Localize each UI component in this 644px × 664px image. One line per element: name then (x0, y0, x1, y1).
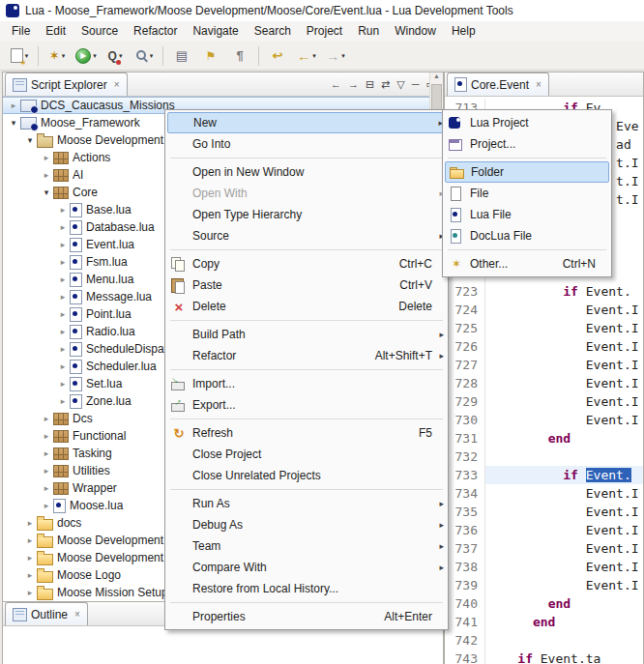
close-tab-icon[interactable]: × (536, 79, 542, 90)
menu-item-restore-from-local-history[interactable]: Restore from Local History... (167, 578, 446, 599)
collapse-arrow-icon[interactable]: ▾ (23, 135, 37, 145)
forward-button[interactable]: →▾ (321, 45, 350, 67)
expand-arrow-icon[interactable]: ▸ (56, 379, 70, 389)
tab-outline[interactable]: Outline × (5, 602, 88, 625)
dropdown-arrow-icon[interactable]: ▾ (93, 52, 97, 60)
expand-arrow-icon[interactable]: ▸ (23, 518, 37, 528)
menu-source[interactable]: Source (73, 21, 126, 42)
menu-window[interactable]: Window (387, 21, 444, 42)
menu-item-compare-with[interactable]: Compare With▸ (167, 557, 446, 578)
menu-project[interactable]: Project (299, 21, 350, 42)
line-number[interactable]: 731 (445, 429, 484, 447)
code-line[interactable]: 733 if Event. (445, 466, 643, 484)
code-line[interactable]: 727 Event.I (445, 356, 643, 374)
show-whitespace-button[interactable]: ¶ (225, 45, 254, 67)
code-line[interactable]: 734 Event.I (445, 484, 643, 503)
line-number[interactable]: 741 (445, 613, 484, 631)
expand-arrow-icon[interactable]: ▸ (40, 466, 53, 476)
search-button[interactable]: ▾ (130, 45, 159, 67)
code-line[interactable]: 729 Event.I (445, 392, 643, 411)
menu-refactor[interactable]: Refactor (126, 21, 185, 42)
expand-arrow-icon[interactable]: ▸ (40, 501, 53, 510)
collapse-all-button[interactable]: ⊟ (366, 78, 374, 91)
menu-item-close-unrelated-projects[interactable]: Close Unrelated Projects (167, 465, 446, 486)
code-line[interactable]: 726 Event.I (445, 337, 643, 356)
dropdown-arrow-icon[interactable]: ▾ (119, 52, 123, 60)
menu-item-properties[interactable]: PropertiesAlt+Enter (167, 606, 446, 627)
menu-item-other[interactable]: Other...Ctrl+N (445, 253, 609, 274)
menu-item-doclua-file[interactable]: DocLua File (445, 225, 609, 246)
close-tab-icon[interactable]: × (74, 609, 80, 620)
dropdown-arrow-icon[interactable]: ▾ (62, 52, 66, 60)
code-line[interactable]: 730 Event.I (445, 411, 643, 429)
menu-item-project[interactable]: Project... (445, 133, 609, 155)
expand-arrow-icon[interactable]: ▸ (56, 309, 70, 319)
menu-item-lua-file[interactable]: Lua File (445, 204, 609, 225)
collapse-arrow-icon[interactable]: ▾ (7, 118, 20, 128)
line-number[interactable]: 726 (445, 337, 484, 356)
expand-arrow-icon[interactable]: ▸ (23, 570, 37, 580)
menu-item-export[interactable]: Export... (167, 394, 446, 416)
tab-script-explorer[interactable]: Script Explorer × (5, 72, 128, 96)
code-line[interactable]: 737 Event.I (445, 539, 643, 558)
code-line[interactable]: 738 Event.I (445, 558, 643, 576)
scroll-up-icon[interactable]: ▲ (433, 72, 440, 79)
menu-item-new[interactable]: New▸ (167, 112, 446, 133)
expand-arrow-icon[interactable]: ▸ (56, 222, 70, 232)
menu-item-source[interactable]: Source▸ (167, 225, 446, 246)
menu-help[interactable]: Help (444, 21, 483, 42)
line-number[interactable]: 730 (445, 411, 484, 429)
menu-item-debug-as[interactable]: Debug As▸ (167, 514, 446, 535)
external-tools-button[interactable]: ✶▾ (43, 45, 72, 67)
expand-arrow-icon[interactable]: ▸ (40, 483, 53, 493)
expand-arrow-icon[interactable]: ▸ (56, 292, 70, 302)
annotations-button[interactable]: ▤ (167, 45, 196, 67)
expand-arrow-icon[interactable]: ▸ (56, 361, 70, 371)
code-line[interactable]: 732 (445, 447, 643, 466)
code-line[interactable]: 723 if Event. (445, 282, 643, 301)
menu-navigate[interactable]: Navigate (185, 21, 246, 42)
expand-arrow-icon[interactable]: ▸ (40, 448, 53, 458)
menu-edit[interactable]: Edit (38, 21, 73, 42)
line-number[interactable]: 737 (445, 539, 484, 558)
menu-item-build-path[interactable]: Build Path▸ (167, 324, 446, 345)
explorer-forward-button[interactable]: → (348, 78, 359, 90)
expand-arrow-icon[interactable]: ▸ (40, 431, 53, 441)
expand-arrow-icon[interactable]: ▸ (7, 101, 20, 110)
menu-item-delete[interactable]: DeleteDelete (167, 296, 446, 317)
explorer-back-button[interactable]: ← (331, 78, 341, 90)
close-tab-icon[interactable]: × (114, 79, 120, 90)
menu-item-import[interactable]: Import... (167, 373, 446, 394)
menu-item-team[interactable]: Team▸ (167, 535, 446, 557)
code-line[interactable]: 724 Event.I (445, 301, 643, 319)
expand-arrow-icon[interactable]: ▸ (56, 240, 70, 249)
line-number[interactable]: 738 (445, 558, 484, 576)
menu-item-refresh[interactable]: RefreshF5 (167, 422, 446, 444)
expand-arrow-icon[interactable]: ▸ (56, 327, 70, 336)
line-number[interactable]: 740 (445, 594, 484, 613)
link-with-editor-button[interactable]: ⇄ (381, 78, 390, 91)
menu-item-open-type-hierarchy[interactable]: Open Type Hierarchy (167, 204, 446, 225)
expand-arrow-icon[interactable]: ▸ (56, 205, 70, 215)
code-line[interactable]: 728 Event.I (445, 374, 643, 392)
code-line[interactable]: 739 Event.I (445, 576, 643, 594)
menu-item-lua-project[interactable]: Lua Project (445, 112, 609, 133)
expand-arrow-icon[interactable]: ▸ (56, 396, 70, 406)
line-number[interactable]: 727 (445, 356, 484, 374)
line-number[interactable]: 724 (445, 301, 484, 319)
menu-file[interactable]: File (4, 21, 38, 42)
code-line[interactable]: 735 Event.I (445, 503, 643, 521)
menu-item-go-into[interactable]: Go Into (167, 133, 446, 155)
line-number[interactable]: 723 (445, 282, 484, 301)
line-number[interactable]: 733 (445, 466, 484, 484)
line-number[interactable]: 735 (445, 503, 484, 521)
expand-arrow-icon[interactable]: ▸ (40, 170, 53, 180)
line-number[interactable]: 734 (445, 484, 484, 503)
line-number[interactable]: 732 (445, 447, 484, 466)
menu-item-close-project[interactable]: Close Project (167, 444, 446, 465)
menu-item-run-as[interactable]: Run As▸ (167, 493, 446, 514)
dropdown-arrow-icon[interactable]: ▾ (150, 52, 154, 60)
menu-search[interactable]: Search (247, 21, 299, 42)
line-number[interactable]: 728 (445, 374, 484, 392)
menu-item-open-in-new-window[interactable]: Open in New Window (167, 161, 446, 183)
